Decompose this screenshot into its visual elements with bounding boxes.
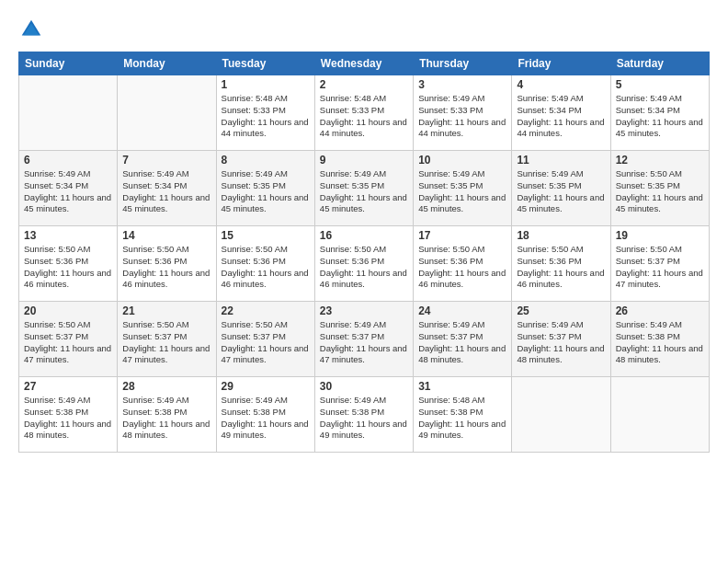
calendar-cell <box>118 75 216 151</box>
calendar-cell: 24Sunrise: 5:49 AMSunset: 5:37 PMDayligh… <box>414 302 512 377</box>
day-number: 4 <box>517 78 605 91</box>
day-number: 21 <box>122 304 210 317</box>
day-number: 30 <box>320 380 408 393</box>
cell-info: Sunrise: 5:48 AMSunset: 5:33 PMDaylight:… <box>222 93 310 140</box>
day-number: 12 <box>616 154 704 167</box>
calendar: SundayMondayTuesdayWednesdayThursdayFrid… <box>18 52 710 453</box>
weekday-header-row: SundayMondayTuesdayWednesdayThursdayFrid… <box>19 52 710 75</box>
cell-info: Sunrise: 5:49 AMSunset: 5:34 PMDaylight:… <box>24 168 112 215</box>
calendar-cell: 22Sunrise: 5:50 AMSunset: 5:37 PMDayligh… <box>216 302 314 377</box>
cell-info: Sunrise: 5:50 AMSunset: 5:36 PMDaylight:… <box>320 244 408 291</box>
calendar-cell: 3Sunrise: 5:49 AMSunset: 5:33 PMDaylight… <box>414 75 512 151</box>
calendar-cell: 19Sunrise: 5:50 AMSunset: 5:37 PMDayligh… <box>610 226 709 302</box>
weekday-header-monday: Monday <box>118 52 216 75</box>
day-number: 6 <box>24 154 112 167</box>
day-number: 19 <box>616 229 704 242</box>
day-number: 31 <box>418 380 506 393</box>
calendar-cell <box>512 377 610 453</box>
cell-info: Sunrise: 5:50 AMSunset: 5:36 PMDaylight:… <box>24 244 112 291</box>
calendar-cell: 30Sunrise: 5:49 AMSunset: 5:38 PMDayligh… <box>314 377 413 453</box>
weekday-header-friday: Friday <box>512 52 610 75</box>
calendar-cell: 26Sunrise: 5:49 AMSunset: 5:38 PMDayligh… <box>610 302 709 377</box>
cell-info: Sunrise: 5:50 AMSunset: 5:37 PMDaylight:… <box>24 319 112 366</box>
calendar-cell: 27Sunrise: 5:49 AMSunset: 5:38 PMDayligh… <box>19 377 118 453</box>
calendar-cell: 16Sunrise: 5:50 AMSunset: 5:36 PMDayligh… <box>314 226 413 302</box>
week-row-1: 6Sunrise: 5:49 AMSunset: 5:34 PMDaylight… <box>19 151 710 226</box>
day-number: 13 <box>24 229 112 242</box>
day-number: 20 <box>24 304 112 317</box>
day-number: 28 <box>122 380 210 393</box>
day-number: 10 <box>418 154 506 167</box>
weekday-header-tuesday: Tuesday <box>216 52 314 75</box>
day-number: 25 <box>517 304 605 317</box>
cell-info: Sunrise: 5:49 AMSunset: 5:35 PMDaylight:… <box>222 168 310 215</box>
cell-info: Sunrise: 5:50 AMSunset: 5:36 PMDaylight:… <box>418 244 506 291</box>
calendar-cell: 28Sunrise: 5:49 AMSunset: 5:38 PMDayligh… <box>118 377 216 453</box>
calendar-cell: 5Sunrise: 5:49 AMSunset: 5:34 PMDaylight… <box>610 75 709 151</box>
calendar-cell: 12Sunrise: 5:50 AMSunset: 5:35 PMDayligh… <box>610 151 709 226</box>
day-number: 26 <box>616 304 704 317</box>
day-number: 7 <box>122 154 210 167</box>
logo <box>18 17 46 42</box>
cell-info: Sunrise: 5:50 AMSunset: 5:37 PMDaylight:… <box>222 319 310 366</box>
cell-info: Sunrise: 5:50 AMSunset: 5:37 PMDaylight:… <box>616 244 704 291</box>
calendar-cell: 6Sunrise: 5:49 AMSunset: 5:34 PMDaylight… <box>19 151 118 226</box>
cell-info: Sunrise: 5:49 AMSunset: 5:38 PMDaylight:… <box>122 395 210 442</box>
day-number: 3 <box>418 78 506 91</box>
day-number: 23 <box>320 304 408 317</box>
cell-info: Sunrise: 5:49 AMSunset: 5:38 PMDaylight:… <box>616 319 704 366</box>
calendar-cell: 8Sunrise: 5:49 AMSunset: 5:35 PMDaylight… <box>216 151 314 226</box>
day-number: 15 <box>222 229 310 242</box>
calendar-cell <box>19 75 118 151</box>
calendar-cell: 21Sunrise: 5:50 AMSunset: 5:37 PMDayligh… <box>118 302 216 377</box>
calendar-cell: 10Sunrise: 5:49 AMSunset: 5:35 PMDayligh… <box>414 151 512 226</box>
week-row-0: 1Sunrise: 5:48 AMSunset: 5:33 PMDaylight… <box>19 75 710 151</box>
cell-info: Sunrise: 5:49 AMSunset: 5:38 PMDaylight:… <box>320 395 408 442</box>
page: SundayMondayTuesdayWednesdayThursdayFrid… <box>0 0 728 563</box>
cell-info: Sunrise: 5:50 AMSunset: 5:36 PMDaylight:… <box>222 244 310 291</box>
calendar-cell: 23Sunrise: 5:49 AMSunset: 5:37 PMDayligh… <box>314 302 413 377</box>
weekday-header-thursday: Thursday <box>414 52 512 75</box>
day-number: 8 <box>222 154 310 167</box>
cell-info: Sunrise: 5:50 AMSunset: 5:35 PMDaylight:… <box>616 168 704 215</box>
day-number: 9 <box>320 154 408 167</box>
calendar-cell: 2Sunrise: 5:48 AMSunset: 5:33 PMDaylight… <box>314 75 413 151</box>
day-number: 16 <box>320 229 408 242</box>
cell-info: Sunrise: 5:49 AMSunset: 5:38 PMDaylight:… <box>24 395 112 442</box>
cell-info: Sunrise: 5:49 AMSunset: 5:35 PMDaylight:… <box>517 168 605 215</box>
cell-info: Sunrise: 5:50 AMSunset: 5:37 PMDaylight:… <box>122 319 210 366</box>
calendar-cell: 15Sunrise: 5:50 AMSunset: 5:36 PMDayligh… <box>216 226 314 302</box>
week-row-2: 13Sunrise: 5:50 AMSunset: 5:36 PMDayligh… <box>19 226 710 302</box>
calendar-cell: 20Sunrise: 5:50 AMSunset: 5:37 PMDayligh… <box>19 302 118 377</box>
cell-info: Sunrise: 5:49 AMSunset: 5:33 PMDaylight:… <box>418 93 506 140</box>
cell-info: Sunrise: 5:49 AMSunset: 5:34 PMDaylight:… <box>122 168 210 215</box>
cell-info: Sunrise: 5:49 AMSunset: 5:35 PMDaylight:… <box>418 168 506 215</box>
day-number: 11 <box>517 154 605 167</box>
calendar-cell: 25Sunrise: 5:49 AMSunset: 5:37 PMDayligh… <box>512 302 610 377</box>
day-number: 2 <box>320 78 408 91</box>
day-number: 27 <box>24 380 112 393</box>
calendar-cell: 13Sunrise: 5:50 AMSunset: 5:36 PMDayligh… <box>19 226 118 302</box>
calendar-cell: 1Sunrise: 5:48 AMSunset: 5:33 PMDaylight… <box>216 75 314 151</box>
day-number: 24 <box>418 304 506 317</box>
calendar-cell: 18Sunrise: 5:50 AMSunset: 5:36 PMDayligh… <box>512 226 610 302</box>
cell-info: Sunrise: 5:48 AMSunset: 5:38 PMDaylight:… <box>418 395 506 442</box>
calendar-cell: 29Sunrise: 5:49 AMSunset: 5:38 PMDayligh… <box>216 377 314 453</box>
weekday-header-wednesday: Wednesday <box>314 52 413 75</box>
day-number: 29 <box>222 380 310 393</box>
week-row-4: 27Sunrise: 5:49 AMSunset: 5:38 PMDayligh… <box>19 377 710 453</box>
cell-info: Sunrise: 5:49 AMSunset: 5:34 PMDaylight:… <box>517 93 605 140</box>
cell-info: Sunrise: 5:49 AMSunset: 5:37 PMDaylight:… <box>418 319 506 366</box>
day-number: 22 <box>222 304 310 317</box>
cell-info: Sunrise: 5:50 AMSunset: 5:36 PMDaylight:… <box>122 244 210 291</box>
calendar-cell: 17Sunrise: 5:50 AMSunset: 5:36 PMDayligh… <box>414 226 512 302</box>
cell-info: Sunrise: 5:48 AMSunset: 5:33 PMDaylight:… <box>320 93 408 140</box>
calendar-cell: 14Sunrise: 5:50 AMSunset: 5:36 PMDayligh… <box>118 226 216 302</box>
day-number: 17 <box>418 229 506 242</box>
cell-info: Sunrise: 5:49 AMSunset: 5:37 PMDaylight:… <box>517 319 605 366</box>
cell-info: Sunrise: 5:49 AMSunset: 5:38 PMDaylight:… <box>222 395 310 442</box>
cell-info: Sunrise: 5:49 AMSunset: 5:34 PMDaylight:… <box>616 93 704 140</box>
cell-info: Sunrise: 5:49 AMSunset: 5:35 PMDaylight:… <box>320 168 408 215</box>
day-number: 14 <box>122 229 210 242</box>
cell-info: Sunrise: 5:50 AMSunset: 5:36 PMDaylight:… <box>517 244 605 291</box>
